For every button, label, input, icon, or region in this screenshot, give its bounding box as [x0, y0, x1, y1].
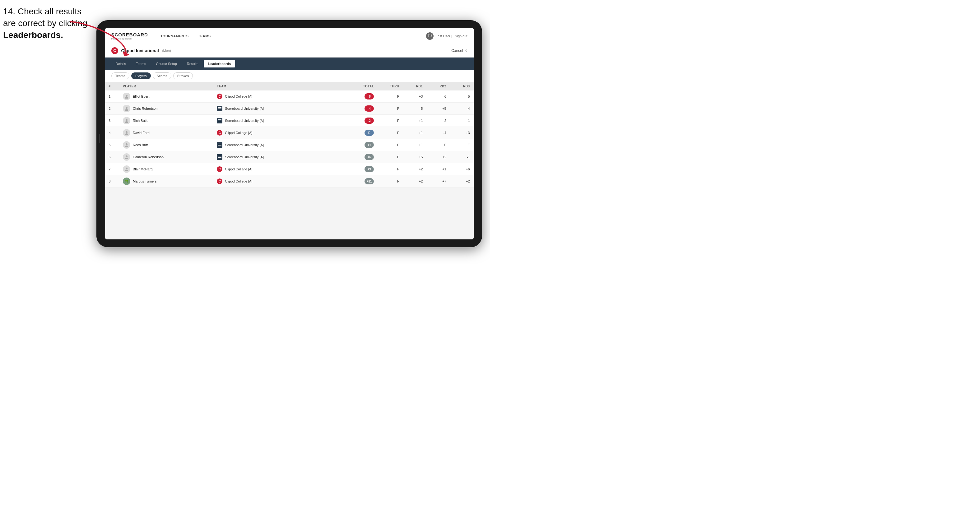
svg-point-13 — [126, 168, 127, 170]
svg-point-7 — [126, 131, 127, 133]
nav-teams[interactable]: TEAMS — [198, 33, 211, 39]
team-icon-clippd: C — [217, 94, 223, 99]
svg-point-8 — [125, 133, 128, 135]
team-icon-scoreboard — [217, 118, 223, 124]
cell-rd2: +2 — [426, 151, 450, 163]
tablet-screen: SCOREBOARD Powered by clippd TOURNAMENTS… — [105, 28, 474, 240]
col-rank: # — [105, 82, 119, 90]
tab-teams[interactable]: Teams — [132, 60, 150, 67]
filter-players[interactable]: Players — [131, 73, 151, 79]
team-name: Scoreboard University [A] — [225, 143, 264, 147]
tablet-frame: SCOREBOARD Powered by clippd TOURNAMENTS… — [96, 20, 482, 247]
col-rd3: RD3 — [450, 82, 474, 90]
team-name: Scoreboard University [A] — [225, 119, 264, 122]
cell-player: Cameron Robertson — [119, 151, 213, 163]
cell-rd2: E — [426, 139, 450, 151]
player-avatar — [123, 153, 130, 161]
cell-rd1: +1 — [403, 127, 427, 139]
team-name: Clippd College [A] — [225, 95, 252, 98]
cancel-button[interactable]: Cancel ✕ — [451, 49, 467, 53]
team-name: Clippd College [A] — [225, 131, 252, 135]
col-total: TOTAL — [345, 82, 378, 90]
cell-team: C Clippd College [A] — [213, 163, 345, 175]
filter-scores[interactable]: Scores — [153, 73, 171, 79]
player-name: David Ford — [133, 131, 150, 135]
cell-team: Scoreboard University [A] — [213, 103, 345, 115]
table-row: 5 Rees Britt Scoreboard University [A] +… — [105, 139, 474, 151]
cell-thru: F — [377, 139, 403, 151]
player-name: Blair McHarg — [133, 167, 153, 171]
table-row: 2 Chris Robertson Scoreboard University … — [105, 103, 474, 115]
cell-team: C Clippd College [A] — [213, 175, 345, 187]
tab-results[interactable]: Results — [183, 60, 203, 67]
svg-point-12 — [125, 158, 128, 159]
cell-thru: F — [377, 127, 403, 139]
leaderboard-table-container: # PLAYER TEAM TOTAL THRU RD1 RD2 RD3 1 E… — [105, 82, 474, 187]
team-icon-clippd: C — [217, 178, 223, 184]
cell-total: -8 — [345, 90, 378, 103]
filter-teams[interactable]: Teams — [111, 73, 129, 79]
cell-player: Blair McHarg — [119, 163, 213, 175]
player-avatar — [123, 117, 130, 124]
tab-bar: Details Teams Course Setup Results Leade… — [105, 57, 474, 70]
cell-rd3: -4 — [450, 103, 474, 115]
cell-thru: F — [377, 90, 403, 103]
cell-team: C Clippd College [A] — [213, 90, 345, 103]
logo-text: SCOREBOARD — [111, 32, 148, 37]
svg-point-14 — [125, 170, 128, 171]
cell-player: David Ford — [119, 127, 213, 139]
cell-rd1: +3 — [403, 90, 427, 103]
score-badge: -2 — [364, 117, 374, 124]
cell-player: 🌿 Marcus Turners — [119, 175, 213, 187]
cell-total: -4 — [345, 103, 378, 115]
cell-player: Elliot Ebert — [119, 90, 213, 103]
cell-rd1: -5 — [403, 103, 427, 115]
svg-point-11 — [126, 156, 127, 157]
cell-total: E — [345, 127, 378, 139]
svg-point-6 — [125, 121, 128, 123]
filter-strokes[interactable]: Strokes — [173, 73, 193, 79]
tab-course-setup[interactable]: Course Setup — [152, 60, 181, 67]
col-rd1: RD1 — [403, 82, 427, 90]
logo-area: SCOREBOARD Powered by clippd — [111, 32, 148, 40]
tab-leaderboards[interactable]: Leaderboards — [204, 60, 235, 67]
tournament-title: Clippd Invitational — [121, 48, 159, 53]
tab-details[interactable]: Details — [111, 60, 130, 67]
cell-rd3: -5 — [450, 90, 474, 103]
tournament-icon: C — [111, 47, 118, 54]
table-row: 1 Elliot Ebert C Clippd College [A] -8 F… — [105, 90, 474, 103]
tournament-header: C Clippd Invitational (Men) Cancel ✕ — [105, 44, 474, 57]
cell-rd2: +1 — [426, 163, 450, 175]
team-icon-scoreboard — [217, 106, 223, 111]
leaderboard-table: # PLAYER TEAM TOTAL THRU RD1 RD2 RD3 1 E… — [105, 82, 474, 187]
col-team: TEAM — [213, 82, 345, 90]
table-row: 8 🌿 Marcus Turners C Clippd College [A] … — [105, 175, 474, 187]
cell-thru: F — [377, 103, 403, 115]
cell-rd3: +3 — [450, 127, 474, 139]
instruction-text: 14. Check all results are correct by cli… — [3, 6, 88, 41]
col-player: PLAYER — [119, 82, 213, 90]
cell-rd3: -1 — [450, 115, 474, 127]
nav-tournaments[interactable]: TOURNAMENTS — [161, 33, 189, 39]
cell-rd3: E — [450, 139, 474, 151]
cell-team: Scoreboard University [A] — [213, 139, 345, 151]
player-name: Cameron Robertson — [133, 155, 164, 159]
nav-username: Test User | — [436, 34, 452, 38]
cell-rd2: -2 — [426, 115, 450, 127]
filter-bar: Teams Players Scores Strokes — [105, 70, 474, 82]
col-rd2: RD2 — [426, 82, 450, 90]
col-thru: THRU — [377, 82, 403, 90]
svg-point-9 — [126, 143, 127, 145]
cell-rank: 2 — [105, 103, 119, 115]
cell-total: -2 — [345, 115, 378, 127]
nav-signout[interactable]: Sign out — [455, 34, 467, 38]
cell-rank: 4 — [105, 127, 119, 139]
nav-avatar: TU — [426, 32, 434, 40]
player-name: Chris Robertson — [133, 106, 158, 110]
svg-point-5 — [126, 119, 127, 121]
table-row: 7 Blair McHarg C Clippd College [A] +9 F… — [105, 163, 474, 175]
cell-player: Chris Robertson — [119, 103, 213, 115]
player-name: Elliot Ebert — [133, 95, 149, 98]
svg-point-2 — [125, 97, 128, 98]
cell-rd1: +1 — [403, 139, 427, 151]
